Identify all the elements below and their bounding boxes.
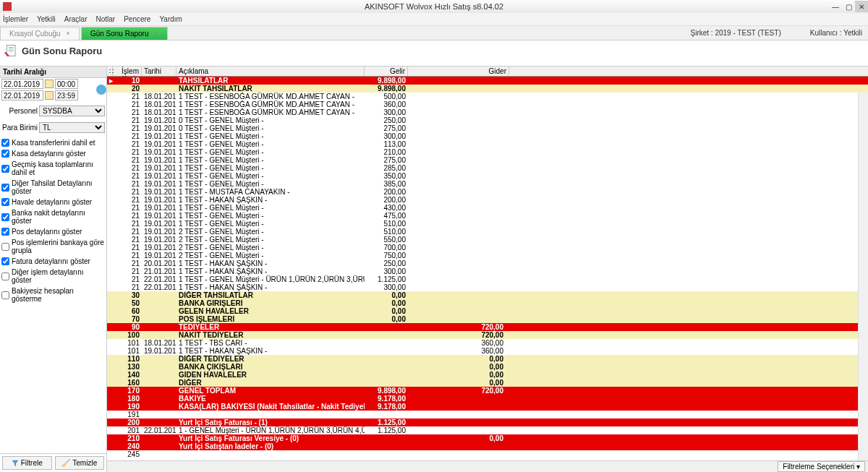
app-icon — [3, 2, 12, 11]
filter-sidebar: Tarihi Aralığı Person — [0, 66, 107, 472]
table-row[interactable]: 2119.01.20191 TEST - MUSTAFA CANAYAKIN -… — [107, 188, 868, 196]
tab-close-icon[interactable]: × — [67, 30, 70, 37]
table-row[interactable]: 2119.01.20191 TEST - GENEL Müşteri -510,… — [107, 220, 868, 228]
menu-yetkili[interactable]: Yetkili — [37, 15, 56, 23]
report-title: Gün Sonu Raporu — [22, 46, 102, 56]
table-row[interactable]: 2119.01.20191 TEST - GENEL Müşteri -285,… — [107, 164, 868, 172]
window-title: AKINSOFT Wolvox Hızlı Satış s8.04.02 — [365, 2, 503, 11]
tab-close-icon[interactable]: × — [155, 30, 158, 37]
menu-pencere[interactable]: Pencere — [124, 15, 150, 23]
calendar-icon[interactable] — [45, 91, 54, 100]
menu-yardim[interactable]: Yardım — [159, 15, 182, 23]
check-label-10: Bakiyesiz hesapları gösterme — [12, 287, 105, 303]
table-row[interactable]: 2119.01.20192 TEST - GENEL Müşteri -510,… — [107, 228, 868, 236]
table-row[interactable]: 2119.01.20192 TEST - GENEL Müşteri -550,… — [107, 236, 868, 244]
table-row[interactable]: 2118.01.20191 TEST - ESENBOĞA GÜMRÜK MD.… — [107, 93, 868, 100]
table-row[interactable]: 2119.01.20191 TEST - GENEL Müşteri -113,… — [107, 140, 868, 148]
tab-kisayol[interactable]: Kısayol Çubuğu × — [0, 27, 80, 40]
check-7[interactable] — [1, 243, 9, 251]
tab-kisayol-label: Kısayol Çubuğu — [9, 30, 61, 38]
table-row[interactable]: 160DİĞER0,00 — [107, 379, 868, 387]
table-row[interactable]: 2120.01.20191 TEST - HAKAN ŞAŞKIN -250,0… — [107, 259, 868, 267]
table-row[interactable]: 180BAKİYE9.178,00 — [107, 395, 868, 403]
table-row[interactable]: 2119.01.20192 TEST - GENEL Müşteri -700,… — [107, 244, 868, 252]
check-6[interactable] — [1, 228, 9, 236]
report-grid: ∷ İşlem Kodu Tarihi Açıklama Gelir Gider… — [107, 66, 868, 472]
table-row[interactable]: 2119.01.20191 TEST - GENEL Müşteri -210,… — [107, 148, 868, 156]
col-tarihi[interactable]: Tarihi — [142, 66, 176, 76]
table-row[interactable]: 2119.01.20190 TEST - GENEL Müşteri -275,… — [107, 124, 868, 132]
table-row[interactable]: 210Yurt İçi Satış Faturası Veresiye - (0… — [107, 434, 868, 442]
maximize-button[interactable]: ▢ — [842, 1, 855, 12]
table-row[interactable]: 2119.01.20192 TEST - GENEL Müşteri -750,… — [107, 252, 868, 259]
table-row[interactable]: 130BANKA ÇIKIŞLARI0,00 — [107, 363, 868, 371]
table-row[interactable]: 20122.01.20191 - GENEL Müşteri - ÜRÜN 1,… — [107, 426, 868, 434]
table-row[interactable]: 2119.01.20191 TEST - GENEL Müşteri -275,… — [107, 156, 868, 164]
date-from-input[interactable] — [1, 79, 43, 89]
table-row[interactable]: 2119.01.20191 TEST - GENEL Müşteri -430,… — [107, 204, 868, 212]
table-row[interactable]: 2122.01.20191 TEST - GENEL Müşteri - ÜRÜ… — [107, 275, 868, 283]
clear-button[interactable]: 🧹 Temizle — [55, 456, 105, 470]
table-row[interactable]: 2119.01.20191 TEST - GENEL Müşteri -350,… — [107, 172, 868, 180]
col-gider[interactable]: Gider — [408, 66, 509, 76]
filter-options-button[interactable]: Filtreleme Seçenekleri ▾ — [778, 461, 865, 472]
table-row[interactable]: 2119.01.20191 TEST - GENEL Müşteri -385,… — [107, 180, 868, 188]
check-1[interactable] — [1, 150, 9, 158]
table-row[interactable]: 2118.01.20191 TEST - ESENBOĞA GÜMRÜK MD.… — [107, 108, 868, 116]
table-row[interactable]: 30DİĞER TAHSİLATLAR0,00 — [107, 291, 868, 299]
table-row[interactable]: 10118.01.20191 TEST - TBS CARİ -360,00 — [107, 339, 868, 347]
table-row[interactable]: 2122.01.20191 TEST - HAKAN ŞAŞKIN -300,0… — [107, 283, 868, 291]
filter-button[interactable]: Filtrele — [2, 456, 52, 470]
table-row[interactable]: 2119.01.20191 TEST - GENEL Müşteri -300,… — [107, 132, 868, 140]
vertical-scrollbar[interactable] — [858, 93, 868, 460]
col-islem-kodu[interactable]: İşlem Kodu — [113, 66, 142, 76]
table-row[interactable]: 240Yurt İçi Satıştan İadeler - (0) — [107, 442, 868, 450]
check-10[interactable] — [1, 291, 9, 299]
check-8[interactable] — [1, 257, 9, 265]
menu-araclar[interactable]: Araçlar — [64, 15, 88, 23]
table-row[interactable]: 100NAKİT TEDİYELER720,00 — [107, 331, 868, 339]
table-row[interactable]: 60GELEN HAVALELER0,00 — [107, 307, 868, 315]
time-to-input[interactable] — [55, 90, 78, 100]
table-row[interactable]: 2118.01.20191 TEST - ESENBOĞA GÜMRÜK MD.… — [107, 100, 868, 108]
svg-rect-3 — [9, 51, 14, 51]
table-row[interactable]: 50BANKA GİRİŞLERİ0,00 — [107, 299, 868, 307]
table-row[interactable]: 191 — [107, 411, 868, 419]
table-row[interactable]: 90TEDİYELER720,00 — [107, 323, 868, 331]
check-5[interactable] — [1, 213, 9, 221]
check-4[interactable] — [1, 198, 9, 206]
para-birimi-select[interactable]: TL — [39, 122, 105, 133]
table-row[interactable]: 2119.01.20190 TEST - GENEL Müşteri -250,… — [107, 116, 868, 124]
calendar-icon[interactable] — [45, 80, 54, 88]
menu-islemler[interactable]: İşlemler — [3, 15, 28, 23]
table-row[interactable]: 140GİDEN HAVALELER0,00 — [107, 371, 868, 379]
date-to-input[interactable] — [1, 90, 43, 100]
company-label: Şirket : 2019 - TEST (TEST) — [691, 29, 781, 37]
check-2[interactable] — [1, 165, 9, 173]
table-row[interactable]: 190KASA(LAR) BAKİYESİ (Nakit Tahsilatlar… — [107, 403, 868, 411]
table-row[interactable]: 10119.01.20191 TEST - HAKAN ŞAŞKIN -360,… — [107, 347, 868, 355]
menu-notlar[interactable]: Notlar — [95, 15, 115, 23]
col-aciklama[interactable]: Açıklama — [176, 66, 365, 76]
minimize-button[interactable]: — — [829, 1, 842, 12]
table-row[interactable]: 20NAKİT TAHSİLATLAR9.898,00 — [107, 85, 868, 93]
table-row[interactable]: 170GENEL TOPLAM9.898,00720,00 — [107, 387, 868, 395]
tab-gun-sonu[interactable]: Gün Sonu Raporu × — [81, 27, 168, 40]
check-3[interactable] — [1, 184, 9, 192]
table-row[interactable]: 200Yurt İçi Satış Faturası - (1)1.125,00 — [107, 419, 868, 426]
check-0[interactable] — [1, 139, 9, 147]
table-row[interactable]: 2121.01.20191 TEST - HAKAN ŞAŞKIN -300,0… — [107, 267, 868, 275]
table-row[interactable]: 2119.01.20191 TEST - GENEL Müşteri -475,… — [107, 212, 868, 220]
svg-rect-2 — [9, 49, 14, 50]
personel-select[interactable]: SYSDBA — [39, 106, 105, 116]
close-button[interactable]: ✕ — [855, 1, 868, 12]
table-row[interactable]: 110DİĞER TEDİYELER0,00 — [107, 355, 868, 363]
table-row[interactable]: ▸10TAHSİLATLAR9.898,00 — [107, 77, 868, 85]
col-gelir[interactable]: Gelir — [365, 66, 408, 76]
table-row[interactable]: 70POS İŞLEMLERİ0,00 — [107, 315, 868, 323]
time-from-input[interactable] — [55, 79, 78, 89]
table-row[interactable]: 2119.01.20191 TEST - HAKAN ŞAŞKIN -200,0… — [107, 196, 868, 204]
table-row[interactable]: 245 — [107, 450, 868, 458]
check-9[interactable] — [1, 273, 9, 280]
refresh-icon[interactable] — [96, 85, 106, 95]
